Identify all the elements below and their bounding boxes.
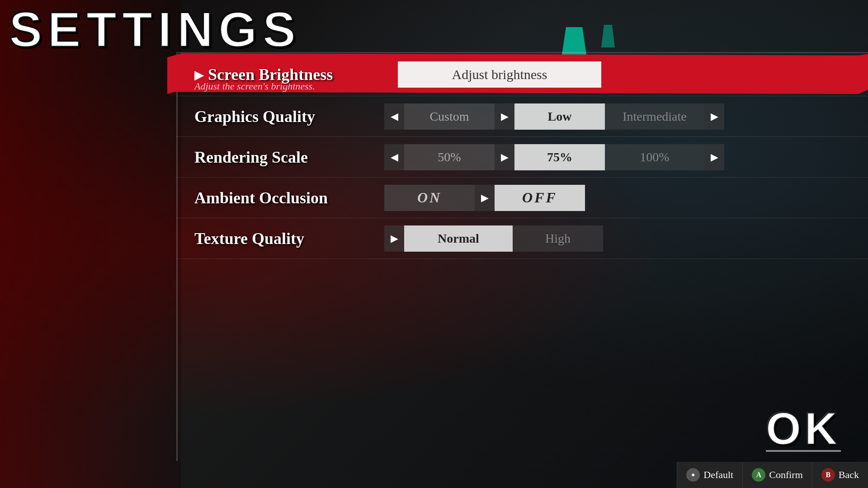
graphics-quality-label: Graphics Quality	[194, 107, 384, 126]
graphics-quality-options: ◀ Custom ▶ Low Intermediate ▶	[384, 103, 859, 130]
back-button[interactable]: B Back	[812, 462, 868, 488]
ok-button[interactable]: OK	[766, 403, 841, 452]
rendering-scale-option-100[interactable]: 100%	[605, 144, 704, 170]
graphics-quality-option-intermediate[interactable]: Intermediate	[605, 103, 704, 130]
rendering-scale-options: ◀ 50% ▶ 75% 100% ▶	[384, 144, 859, 170]
ambient-occlusion-on[interactable]: ON	[384, 185, 475, 211]
brightness-value-button[interactable]: Adjust brightness	[398, 61, 601, 88]
rendering-scale-right-arrow-inner[interactable]: ▶	[495, 144, 514, 170]
back-icon: B	[821, 468, 835, 482]
graphics-quality-option-custom[interactable]: Custom	[404, 103, 495, 130]
default-button[interactable]: ● Default	[677, 462, 742, 488]
setting-row-texture-quality[interactable]: Texture Quality ▶ Normal High	[176, 218, 868, 259]
setting-row-ambient-occlusion[interactable]: Ambient Occlusion ON ▶ OFF	[176, 178, 868, 218]
confirm-label: Confirm	[769, 469, 803, 481]
selected-marker: ▶	[194, 67, 204, 82]
rendering-scale-label: Rendering Scale	[194, 148, 384, 167]
ambient-occlusion-off[interactable]: OFF	[495, 185, 585, 211]
confirm-icon: A	[752, 468, 765, 482]
settings-panel: ▶ Screen Brightness Adjust brightness Ad…	[176, 53, 868, 461]
texture-quality-label: Texture Quality	[194, 229, 384, 248]
page-title: SETTINGS	[9, 5, 301, 54]
rendering-scale-option-75[interactable]: 75%	[514, 144, 605, 170]
rendering-scale-option-50[interactable]: 50%	[404, 144, 495, 170]
setting-row-screen-brightness[interactable]: ▶ Screen Brightness Adjust brightness Ad…	[176, 53, 868, 96]
rendering-scale-left-arrow[interactable]: ◀	[384, 144, 404, 170]
screen-brightness-label: Screen Brightness	[208, 65, 398, 84]
setting-row-rendering-scale[interactable]: Rendering Scale ◀ 50% ▶ 75% 100% ▶	[176, 137, 868, 178]
texture-quality-left-arrow[interactable]: ▶	[384, 225, 404, 252]
confirm-button[interactable]: A Confirm	[742, 462, 812, 488]
title-area: SETTINGS	[0, 0, 868, 54]
graphics-quality-left-arrow[interactable]: ◀	[384, 103, 404, 130]
ambient-occlusion-options: ON ▶ OFF	[384, 185, 859, 211]
setting-row-graphics-quality[interactable]: Graphics Quality ◀ Custom ▶ Low Intermed…	[176, 96, 868, 137]
bottom-bar: ● Default A Confirm B Back	[677, 462, 868, 488]
rendering-scale-right-arrow-outer[interactable]: ▶	[704, 144, 724, 170]
default-icon: ●	[686, 468, 700, 482]
ambient-occlusion-label: Ambient Occlusion	[194, 188, 384, 207]
texture-quality-options: ▶ Normal High	[384, 225, 859, 252]
graphics-quality-right-arrow-inner[interactable]: ▶	[495, 103, 514, 130]
default-label: Default	[703, 469, 733, 481]
graphics-quality-option-low[interactable]: Low	[514, 103, 605, 130]
main-content: SETTINGS ▶ Screen Brightness Adjust brig…	[0, 0, 868, 488]
screen-brightness-options: Adjust brightness	[398, 61, 859, 88]
back-label: Back	[839, 469, 859, 481]
texture-quality-option-high[interactable]: High	[513, 225, 603, 252]
ambient-occlusion-right-arrow[interactable]: ▶	[475, 185, 495, 211]
graphics-quality-right-arrow-outer[interactable]: ▶	[704, 103, 724, 130]
texture-quality-option-normal[interactable]: Normal	[404, 225, 513, 252]
